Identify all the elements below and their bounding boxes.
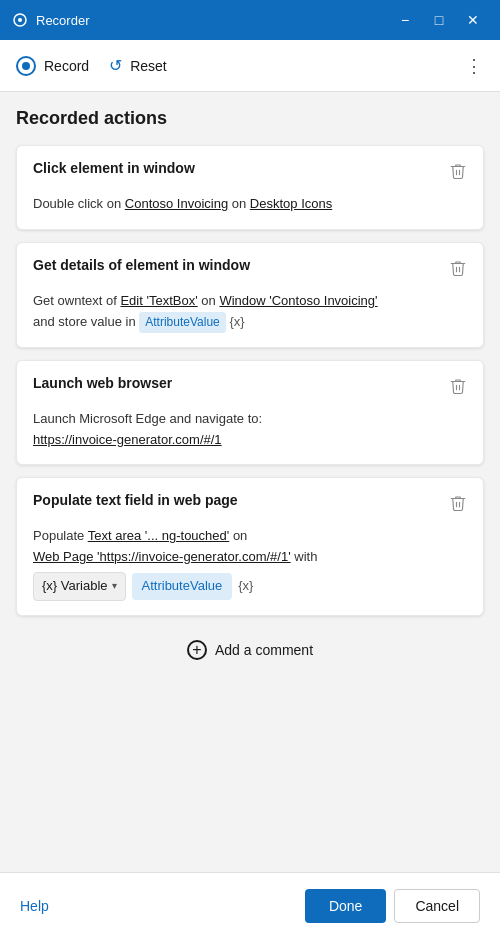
variable-pill-label: {x} Variable — [42, 576, 108, 597]
record-button[interactable]: Record — [16, 56, 89, 76]
action-card-1-body: Double click on Contoso Invoicing on Des… — [33, 194, 469, 215]
action-card-4-suffix: with — [294, 549, 317, 564]
action-card-4-prefix: Populate — [33, 528, 84, 543]
footer: Help Done Cancel — [0, 872, 500, 939]
record-dot-icon — [22, 62, 30, 70]
add-comment-button[interactable]: + Add a comment — [16, 628, 484, 672]
action-card-4-middle: on — [233, 528, 247, 543]
action-card-1-link1[interactable]: Contoso Invoicing — [125, 196, 228, 211]
action-card-2-header: Get details of element in window — [33, 257, 469, 283]
action-card-4-link1[interactable]: Text area '... ng-touched' — [88, 528, 230, 543]
record-circle-icon — [16, 56, 36, 76]
action-card-2-title: Get details of element in window — [33, 257, 250, 273]
action-card-2-curly: {x} — [229, 314, 244, 329]
action-card-4-curly: {x} — [238, 576, 253, 597]
action-card-2-body: Get owntext of Edit 'TextBox' on Window … — [33, 291, 469, 333]
action-card-1: Click element in window Double click on … — [16, 145, 484, 230]
add-comment-label: Add a comment — [215, 642, 313, 658]
svg-point-1 — [18, 18, 22, 22]
delete-action-3-button[interactable] — [447, 375, 469, 401]
action-card-1-title: Click element in window — [33, 160, 195, 176]
action-card-4-variable-row: {x} Variable ▾ AttributeValue {x} — [33, 572, 469, 601]
reset-button[interactable]: ↺ Reset — [109, 56, 167, 75]
action-card-3-prefix: Launch Microsoft Edge and navigate to: — [33, 411, 262, 426]
app-icon — [12, 12, 28, 28]
action-card-4-variable-dropdown[interactable]: {x} Variable ▾ — [33, 572, 126, 601]
reset-label: Reset — [130, 58, 167, 74]
minimize-button[interactable]: − — [390, 5, 420, 35]
action-card-4-attribute-value[interactable]: AttributeValue — [132, 573, 233, 600]
action-card-1-link2[interactable]: Desktop Icons — [250, 196, 332, 211]
reset-icon: ↺ — [109, 56, 122, 75]
action-card-2-prefix: Get owntext of — [33, 293, 117, 308]
footer-buttons: Done Cancel — [305, 889, 480, 923]
close-button[interactable]: ✕ — [458, 5, 488, 35]
action-card-4: Populate text field in web page Populate… — [16, 477, 484, 615]
cancel-button[interactable]: Cancel — [394, 889, 480, 923]
help-link[interactable]: Help — [20, 898, 49, 914]
action-card-3-body: Launch Microsoft Edge and navigate to: h… — [33, 409, 469, 451]
action-card-2-link1[interactable]: Edit 'TextBox' — [120, 293, 197, 308]
action-card-3-link1[interactable]: https://invoice-generator.com/#/1 — [33, 432, 222, 447]
done-button[interactable]: Done — [305, 889, 386, 923]
action-card-1-prefix: Double click on — [33, 196, 121, 211]
action-card-1-middle: on — [232, 196, 246, 211]
chevron-down-icon: ▾ — [112, 578, 117, 594]
action-card-3: Launch web browser Launch Microsoft Edge… — [16, 360, 484, 466]
more-options-button[interactable]: ⋮ — [465, 55, 484, 77]
action-card-2-link2[interactable]: Window 'Contoso Invoicing' — [219, 293, 377, 308]
window-title: Recorder — [36, 13, 89, 28]
action-card-1-header: Click element in window — [33, 160, 469, 186]
action-card-3-header: Launch web browser — [33, 375, 469, 401]
action-card-4-title: Populate text field in web page — [33, 492, 238, 508]
delete-action-2-button[interactable] — [447, 257, 469, 283]
action-card-4-body: Populate Text area '... ng-touched' on W… — [33, 526, 469, 600]
delete-action-4-button[interactable] — [447, 492, 469, 518]
toolbar: Record ↺ Reset ⋮ — [0, 40, 500, 92]
delete-action-1-button[interactable] — [447, 160, 469, 186]
maximize-button[interactable]: □ — [424, 5, 454, 35]
record-label: Record — [44, 58, 89, 74]
action-card-4-header: Populate text field in web page — [33, 492, 469, 518]
action-card-2: Get details of element in window Get own… — [16, 242, 484, 348]
action-card-2-suffix: and store value in — [33, 314, 136, 329]
title-bar: Recorder − □ ✕ — [0, 0, 500, 40]
action-card-3-title: Launch web browser — [33, 375, 172, 391]
add-comment-icon: + — [187, 640, 207, 660]
section-title: Recorded actions — [16, 108, 484, 129]
main-content: Recorded actions Click element in window… — [0, 92, 500, 872]
action-card-4-link2[interactable]: Web Page 'https://invoice-generator.com/… — [33, 549, 291, 564]
action-card-2-middle: on — [201, 293, 215, 308]
action-card-2-variable[interactable]: AttributeValue — [139, 312, 226, 333]
